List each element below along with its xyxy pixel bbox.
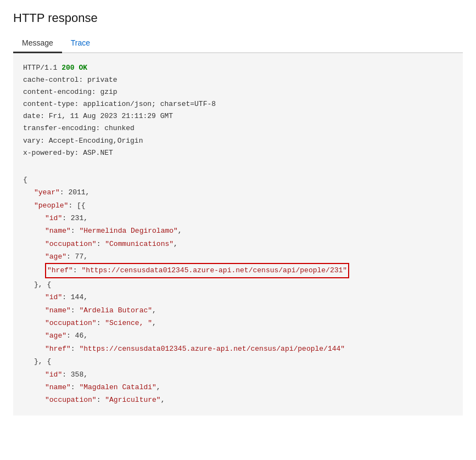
status-line: HTTP/1.1 200 OK [23, 62, 453, 74]
header-transfer-encoding: transfer-encoding: chunked [23, 122, 453, 134]
json-person3-id: "id": 358, [23, 368, 453, 381]
json-person2-href: "href": "https://censusdata012345.azure-… [23, 343, 453, 355]
response-headers: HTTP/1.1 200 OK cache-control: private c… [13, 53, 463, 165]
json-open-brace: { [23, 173, 453, 186]
json-person1-close-open2: }, { [23, 278, 453, 291]
header-x-powered-by: x-powered-by: ASP.NET [23, 147, 453, 159]
json-year: "year": 2011, [23, 186, 453, 199]
page-title: HTTP response [13, 11, 463, 25]
header-vary: vary: Accept-Encoding,Origin [23, 135, 453, 147]
json-person2-occupation: "occupation": "Science, ", [23, 317, 453, 329]
header-content-encoding: content-encoding: gzip [23, 86, 453, 98]
header-date: date: Fri, 11 Aug 2023 21:11:29 GMT [23, 110, 453, 122]
tab-message[interactable]: Message [13, 34, 62, 53]
header-content-type: content-type: application/json; charset=… [23, 98, 453, 110]
json-person2-close-open3: }, { [23, 355, 453, 368]
json-person1-name: "name": "Hermelinda Degirolamo", [23, 225, 453, 237]
json-people-open: "people": [{ [23, 199, 453, 212]
status-code: 200 OK [61, 64, 87, 72]
json-person1-href: "href": "https://censusdata012345.azure-… [23, 263, 453, 278]
header-cache-control: cache-control: private [23, 74, 453, 86]
json-person3-occupation: "occupation": "Agriculture", [23, 394, 453, 406]
json-person2-id: "id": 144, [23, 291, 453, 304]
tabs-container: Message Trace [13, 34, 463, 53]
json-body: { "year": 2011, "people": [{ "id": 231, … [13, 170, 463, 416]
json-person2-name: "name": "Ardelia Butorac", [23, 304, 453, 317]
body-separator [13, 165, 463, 170]
json-person2-age: "age": 46, [23, 329, 453, 342]
json-person1-id: "id": 231, [23, 212, 453, 225]
tab-trace[interactable]: Trace [62, 34, 99, 53]
json-person1-age: "age": 77, [23, 250, 453, 263]
json-person3-name: "name": "Magdalen Cataldi", [23, 381, 453, 394]
json-person1-occupation: "occupation": "Communications", [23, 238, 453, 250]
highlighted-href-row: "href": "https://censusdata012345.azure-… [45, 263, 349, 278]
